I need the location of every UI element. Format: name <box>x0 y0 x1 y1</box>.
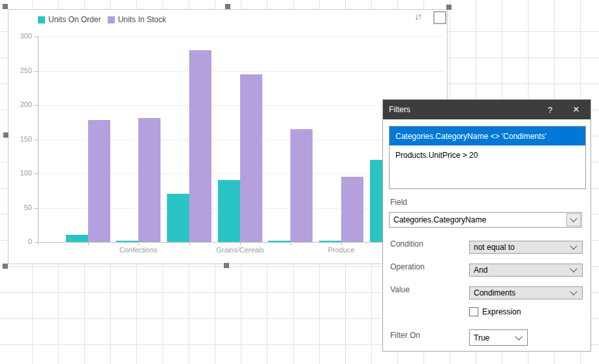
filters-dialog: Filters ? × Categories.CategoryName <> '… <box>382 99 591 352</box>
selection-handle-middle-left[interactable] <box>3 132 8 138</box>
help-button[interactable]: ? <box>538 100 562 119</box>
x-axis-tick <box>38 243 38 245</box>
legend-label: Units On Order <box>48 15 101 24</box>
bar-units-on-order <box>218 180 240 242</box>
bar-units-in-stock <box>189 50 211 242</box>
plot-gridline <box>38 37 445 37</box>
filter-list-item[interactable]: Products.UnitPrice > 20 <box>390 145 585 164</box>
value-label: Value <box>390 285 410 294</box>
chart-checkbox[interactable] <box>433 11 446 24</box>
operation-combobox[interactable]: And <box>469 264 583 277</box>
plot-gridline <box>38 71 445 72</box>
dialog-header[interactable]: Filters ? × <box>383 100 591 119</box>
chevron-down-icon <box>515 333 522 340</box>
condition-combobox[interactable]: not equal to <box>469 241 583 254</box>
x-axis-tick <box>290 243 291 245</box>
y-axis-tick-label: 150 <box>8 135 32 143</box>
filter-list-item[interactable]: Categories.CategoryName <> 'Condiments' <box>390 127 585 145</box>
sort-arrows-icon[interactable]: ↓↑ <box>414 11 421 22</box>
y-axis-tick-label: 50 <box>8 204 32 211</box>
legend-item: Units On Order <box>38 15 101 24</box>
chevron-down-icon <box>570 288 577 295</box>
selection-handle-top-center[interactable] <box>225 4 230 9</box>
bar-units-on-order <box>167 194 189 242</box>
y-axis-line <box>38 37 38 242</box>
x-axis-tick <box>189 243 190 245</box>
field-dropdown-button[interactable] <box>566 213 581 226</box>
value-value: Condiments <box>470 288 515 297</box>
bar-units-on-order <box>66 235 88 242</box>
bar-units-in-stock <box>138 118 161 242</box>
operation-value: And <box>470 265 487 275</box>
condition-label: Condition <box>390 239 423 249</box>
filter-list: Categories.CategoryName <> 'Condiments' … <box>389 126 586 189</box>
chart-legend: Units On OrderUnits In Stock <box>38 15 166 24</box>
x-axis-tick <box>341 243 342 245</box>
x-axis-tick <box>88 243 89 245</box>
y-axis-tick-label: 100 <box>8 169 32 177</box>
legend-label: Units In Stock <box>118 15 166 24</box>
filter-item-text: Categories.CategoryName <> 'Condiments' <box>395 132 546 141</box>
y-axis-tick-label: 250 <box>8 67 32 74</box>
x-axis-category-label: Confections <box>99 246 177 254</box>
expression-label: Expression <box>482 307 521 316</box>
filter-on-value: True <box>470 333 489 342</box>
y-axis-tick-label: 0 <box>8 237 32 245</box>
selection-handle-top-right[interactable] <box>446 5 452 10</box>
legend-swatch-icon <box>108 16 115 23</box>
bar-units-on-order <box>319 241 341 242</box>
bar-units-in-stock <box>240 74 262 242</box>
chevron-down-icon <box>570 215 577 222</box>
chevron-down-icon <box>570 265 577 272</box>
y-axis-tick-label: 300 <box>8 32 32 40</box>
x-axis-category-label: Produce <box>302 246 380 254</box>
condition-value: not equal to <box>470 243 515 252</box>
dialog-title: Filters <box>383 105 538 114</box>
x-axis-category-label: Grains/Cereals <box>201 246 279 254</box>
bar-units-in-stock <box>290 129 313 242</box>
x-axis-tick <box>240 243 241 245</box>
filter-on-label: Filter On <box>390 331 420 340</box>
close-icon[interactable]: × <box>562 100 591 119</box>
legend-item: Units In Stock <box>108 15 166 24</box>
selection-handle-bottom-center[interactable] <box>224 263 229 268</box>
filter-item-text: Products.UnitPrice > 20 <box>395 151 478 160</box>
y-axis-tick-label: 200 <box>8 100 32 108</box>
chevron-down-icon <box>570 242 577 249</box>
selection-handle-top-left[interactable] <box>3 4 8 9</box>
value-combobox[interactable]: Condiments <box>469 286 583 299</box>
bar-units-on-order <box>268 241 290 242</box>
field-value: Categories.CategoryName <box>390 215 486 224</box>
chart-panel: Units On OrderUnits In Stock 05010015020… <box>8 9 448 264</box>
bar-units-in-stock <box>341 177 363 242</box>
filter-on-combobox[interactable]: True <box>469 329 528 346</box>
x-axis-tick <box>138 243 139 245</box>
field-label: Field <box>390 198 407 207</box>
operation-label: Operation <box>390 262 425 271</box>
bar-units-on-order <box>116 241 138 242</box>
selection-handle-bottom-left[interactable] <box>3 264 8 269</box>
expression-checkbox[interactable] <box>469 307 478 316</box>
legend-swatch-icon <box>38 16 45 23</box>
field-combobox[interactable]: Categories.CategoryName <box>389 212 582 228</box>
bar-units-in-stock <box>88 120 110 242</box>
